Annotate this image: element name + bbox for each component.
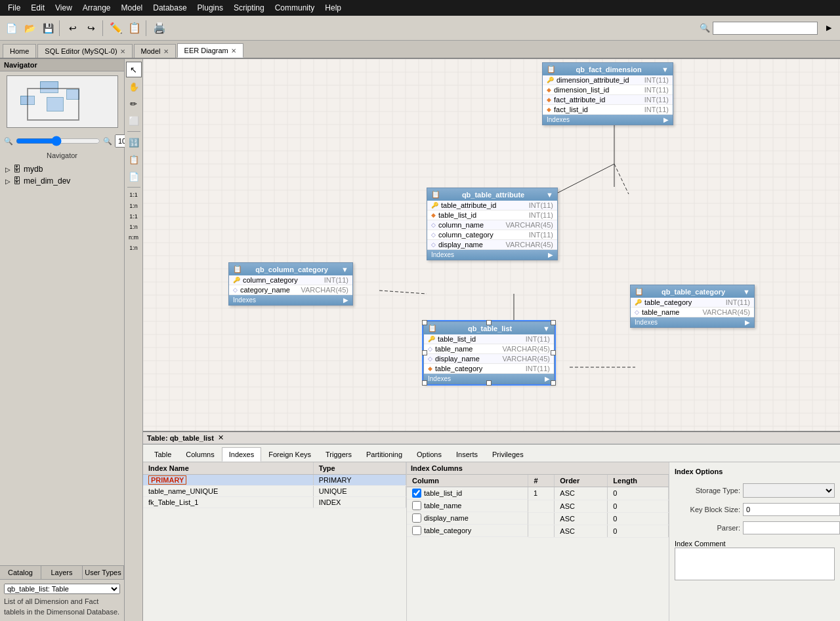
tool-table[interactable]: 🔢 [126,134,142,150]
tb-print[interactable]: 🖨️ [151,20,168,37]
zoom-slider[interactable] [16,137,100,145]
tab-model-close[interactable]: ✕ [163,48,169,55]
tree-mydb[interactable]: ▷ 🗄 mydb [3,163,121,175]
menu-help[interactable]: Help [320,2,346,14]
menu-file[interactable]: File [3,2,26,14]
tab-model[interactable]: Model ✕ [134,44,176,58]
menu-database[interactable]: Database [148,2,192,14]
tab-eer-close[interactable]: ✕ [231,47,236,54]
prop-tab-foreign-keys[interactable]: Foreign Keys [261,447,318,462]
table-row: ◆ fact_attribute_id INT(11) [543,95,673,105]
diagram[interactable]: 📋 qb_fact_dimension ▼ 🔑 dimension_attrib… [143,59,840,431]
opt-key-block-input[interactable] [743,503,840,516]
tool-rel-11b[interactable]: 1:1 [126,212,142,221]
icol-col-check[interactable]: table_list_id [407,487,528,500]
sidebar-tab-usertypes[interactable]: User Types [83,566,124,579]
tab-sql-editor-close[interactable]: ✕ [120,48,125,55]
object-select[interactable]: qb_table_list: Table [4,584,120,594]
prop-tab-privileges[interactable]: Privileges [485,447,531,462]
table-qb-fact-dimension-arrow[interactable]: ▼ [662,66,669,73]
search-go-btn[interactable]: ▶ [820,20,837,37]
zoom-in-icon[interactable]: 🔍 [103,137,112,146]
prop-tab-triggers[interactable]: Triggers [318,447,359,462]
icol-col-check[interactable]: display_name [407,512,528,525]
table-qb-column-category[interactable]: 📋 qb_column_category ▼ 🔑 column_category… [228,262,353,306]
tree-meidimdev[interactable]: ▷ 🗄 mei_dim_dev [3,175,121,187]
index-row-unique[interactable]: table_name_UNIQUE UNIQUE [143,486,406,497]
prop-tab-partitioning[interactable]: Partitioning [359,447,410,462]
tb-save[interactable]: 💾 [39,20,56,37]
resize-handle-tl[interactable] [422,320,427,325]
opt-storage-type-select[interactable] [743,483,835,498]
table-qb-table-attribute-footer[interactable]: Indexes ▶ [427,250,557,260]
tab-home[interactable]: Home [3,44,36,58]
resize-handle-bl[interactable] [422,380,427,386]
table-qb-table-list[interactable]: 📋 qb_table_list ▼ 🔑 table_list_id INT(11… [423,321,555,384]
table-qb-table-category-footer[interactable]: Indexes ▶ [631,317,754,327]
prop-tab-columns[interactable]: Columns [178,447,221,462]
icol-cb-table-name[interactable] [412,501,421,510]
bottom-title-close[interactable]: ✕ [218,433,224,442]
tool-select[interactable]: ↖ [126,62,142,77]
tb-new[interactable]: 📄 [3,20,20,37]
table-arrow[interactable]: ▼ [743,288,750,296]
resize-handle-bm[interactable] [486,380,492,386]
table-arrow[interactable]: ▼ [543,325,550,332]
col-name: table_attribute_id [441,201,496,209]
tool-pan[interactable]: ✋ [126,79,142,94]
pk-icon: 🔑 [547,77,554,83]
menu-scripting[interactable]: Scripting [228,2,270,14]
icol-cb-table-category[interactable] [412,526,421,535]
resize-handle-ml[interactable] [422,350,427,355]
table-qb-table-category[interactable]: 📋 qb_table_category ▼ 🔑 table_category I… [630,285,755,328]
menu-community[interactable]: Community [270,2,320,14]
prop-tab-table[interactable]: Table [147,447,178,462]
tab-sql-editor[interactable]: SQL Editor (MySQL-0) ✕ [37,44,132,58]
tool-shape[interactable]: ⬜ [126,113,142,129]
table-arrow[interactable]: ▼ [341,266,348,273]
index-comment-area[interactable] [675,548,835,580]
icol-col-check[interactable]: table_name [407,500,528,512]
table-qb-fact-dimension-footer[interactable]: Indexes ▶ [543,115,673,125]
table-qb-table-attribute[interactable]: 📋 qb_table_attribute ▼ 🔑 table_attribute… [427,188,558,260]
search-input[interactable] [713,22,818,35]
tb-undo[interactable]: ↩ [64,20,81,37]
prop-tab-inserts[interactable]: Inserts [449,447,485,462]
menu-model[interactable]: Model [116,2,148,14]
tool-rel-1nb[interactable]: 1:n [126,222,142,231]
menu-view[interactable]: View [50,2,77,14]
zoom-out-icon[interactable]: 🔍 [4,137,13,146]
index-row-fk[interactable]: fk_Table_List_1 INDEX [143,497,406,508]
tool-rel-1n[interactable]: 1:n [126,201,142,210]
menu-edit[interactable]: Edit [26,2,50,14]
resize-handle-tr[interactable] [551,320,556,325]
sidebar-tab-catalog[interactable]: Catalog [0,566,41,579]
tool-rel-1nc[interactable]: 1:n [126,243,142,252]
resize-handle-br[interactable] [551,380,556,386]
table-arrow[interactable]: ▼ [546,191,553,199]
table-qb-fact-dimension[interactable]: 📋 qb_fact_dimension ▼ 🔑 dimension_attrib… [542,62,673,125]
icol-cb-display-name[interactable] [412,513,421,523]
sidebar-tab-layers[interactable]: Layers [41,566,83,579]
tool-rel-nm[interactable]: n:m [126,233,142,242]
tool-rel-11[interactable]: 1:1 [126,190,142,199]
tb-open[interactable]: 📂 [21,20,38,37]
opt-parser-input[interactable] [743,521,840,534]
icol-cb-table-list-id[interactable] [412,489,421,498]
prop-tab-indexes[interactable]: Indexes [222,447,262,462]
tb-edit[interactable]: ✏️ [108,20,125,37]
table-qb-column-category-footer[interactable]: Indexes ▶ [229,295,352,305]
tool-view[interactable]: 📋 [126,151,142,167]
resize-handle-mr[interactable] [551,350,556,355]
menu-arrange[interactable]: Arrange [77,2,116,14]
tool-draw[interactable]: ✏ [126,96,142,111]
menu-plugins[interactable]: Plugins [192,2,228,14]
index-row-primary[interactable]: PRIMARY PRIMARY [143,475,406,486]
resize-handle-tm[interactable] [486,320,492,325]
tool-routine[interactable]: 📄 [126,169,142,184]
tb-options[interactable]: 📋 [126,20,143,37]
icol-col-check[interactable]: table_category [407,525,528,537]
tb-redo[interactable]: ↪ [83,20,100,37]
prop-tab-options[interactable]: Options [410,447,449,462]
tab-eer-diagram[interactable]: EER Diagram ✕ [177,43,243,58]
